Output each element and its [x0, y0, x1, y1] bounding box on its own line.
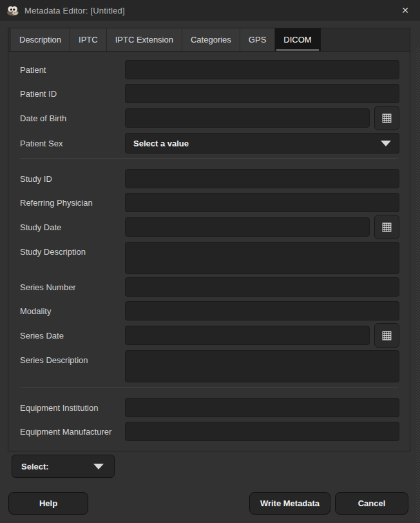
study-date-control — [125, 217, 399, 237]
study-date-input[interactable] — [125, 217, 370, 237]
tab-description[interactable]: Description — [11, 28, 70, 51]
series-description-textarea[interactable] — [125, 350, 399, 382]
select-dropdown-label: Select: — [21, 462, 49, 471]
series-date-calendar-button[interactable] — [374, 323, 399, 348]
date-of-birth-label: Date of Birth — [20, 113, 125, 123]
section-separator — [20, 158, 398, 159]
equipment-manufacturer-input[interactable] — [125, 422, 399, 441]
chevron-down-icon — [381, 141, 391, 146]
section-separator — [20, 387, 398, 388]
calendar-grid-icon — [381, 222, 392, 233]
patient-id-label: Patient ID — [20, 89, 125, 99]
tab-strip: Description IPTC IPTC Extension Categori… — [8, 28, 410, 52]
dicom-form-panel: Patient Patient ID Date of Birth — [8, 52, 410, 441]
patient-sex-label: Patient Sex — [20, 139, 125, 148]
patient-label: Patient — [20, 65, 125, 75]
equipment-institution-input[interactable] — [125, 398, 399, 417]
modality-row: Modality — [20, 301, 399, 321]
series-description-label: Series Description — [20, 355, 125, 365]
window-title: Metadata Editor: [Untitled] — [24, 6, 125, 15]
study-description-label: Study Description — [20, 247, 125, 257]
calendar-grid-icon — [381, 330, 392, 341]
cancel-button[interactable]: Cancel — [335, 492, 408, 515]
metadata-notebook: Description IPTC IPTC Extension Categori… — [8, 28, 410, 451]
close-icon[interactable]: ✕ — [397, 2, 414, 19]
referring-physician-row: Referring Physician — [20, 193, 399, 212]
help-button[interactable]: Help — [8, 492, 88, 515]
patient-sex-row: Patient Sex Select a value — [20, 133, 399, 153]
series-date-label: Series Date — [20, 331, 125, 340]
date-of-birth-input[interactable] — [125, 108, 370, 128]
series-number-label: Series Number — [20, 282, 125, 292]
patient-sex-value: Select a value — [133, 139, 189, 148]
series-date-input[interactable] — [125, 326, 370, 345]
referring-physician-label: Referring Physician — [20, 198, 125, 208]
study-description-row: Study Description — [20, 242, 399, 274]
right-edge-scrollbar[interactable] — [416, 47, 420, 523]
patient-id-row: Patient ID — [20, 84, 399, 103]
modality-label: Modality — [20, 306, 125, 316]
tab-iptc[interactable]: IPTC — [70, 28, 107, 51]
patient-id-input[interactable] — [125, 84, 399, 103]
metadata-editor-window: Metadata Editor: [Untitled] ✕ Descriptio… — [0, 0, 420, 21]
study-date-calendar-button[interactable] — [374, 215, 399, 239]
series-description-row: Series Description — [20, 350, 399, 382]
series-number-row: Series Number — [20, 277, 399, 297]
patient-row: Patient — [20, 60, 399, 79]
date-of-birth-row: Date of Birth — [20, 108, 399, 128]
equipment-institution-row: Equipment Institution — [20, 398, 399, 417]
study-id-label: Study ID — [20, 174, 125, 184]
calendar-grid-icon — [381, 113, 392, 124]
series-number-input[interactable] — [125, 277, 399, 297]
study-id-row: Study ID — [20, 169, 399, 188]
series-date-row: Series Date — [20, 325, 399, 346]
equipment-institution-label: Equipment Institution — [20, 403, 125, 413]
patient-input[interactable] — [125, 60, 399, 79]
modality-input[interactable] — [125, 301, 399, 321]
equipment-manufacturer-row: Equipment Manufacturer — [20, 422, 399, 441]
patient-sex-combobox[interactable]: Select a value — [125, 133, 399, 153]
study-date-label: Study Date — [20, 222, 125, 232]
titlebar: Metadata Editor: [Untitled] ✕ — [0, 0, 420, 21]
date-of-birth-calendar-button[interactable] — [374, 106, 399, 130]
tab-dicom[interactable]: DICOM — [275, 28, 320, 51]
series-date-control — [125, 325, 399, 346]
tab-gps[interactable]: GPS — [240, 28, 275, 51]
equipment-manufacturer-label: Equipment Manufacturer — [20, 427, 125, 437]
gimp-wilber-icon — [6, 5, 19, 16]
chevron-down-icon — [93, 464, 104, 469]
date-of-birth-control — [125, 108, 399, 128]
write-metadata-button[interactable]: Write Metadata — [249, 492, 330, 515]
study-id-input[interactable] — [125, 169, 399, 188]
study-date-row: Study Date — [20, 217, 399, 237]
study-description-textarea[interactable] — [125, 242, 399, 274]
tab-iptc-extension[interactable]: IPTC Extension — [107, 28, 182, 51]
select-dropdown[interactable]: Select: — [12, 455, 115, 478]
referring-physician-input[interactable] — [125, 193, 399, 212]
tab-categories[interactable]: Categories — [182, 28, 240, 51]
